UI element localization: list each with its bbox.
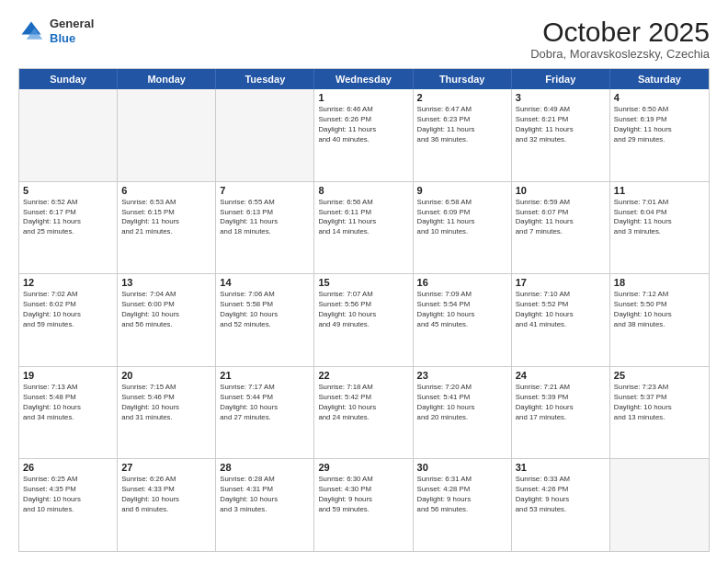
calendar: SundayMondayTuesdayWednesdayThursdayFrid… xyxy=(18,68,710,552)
header-day-thursday: Thursday xyxy=(414,69,512,89)
cell-line: and 36 minutes. xyxy=(417,135,507,145)
cell-line: Daylight: 9 hours xyxy=(318,495,408,505)
cell-line: Sunset: 5:44 PM xyxy=(220,393,310,403)
day-number: 6 xyxy=(121,185,211,196)
day-number: 13 xyxy=(121,277,211,288)
cell-line: and 18 minutes. xyxy=(220,227,310,237)
calendar-cell: 15Sunrise: 7:07 AMSunset: 5:56 PMDayligh… xyxy=(314,274,413,366)
cell-line: Daylight: 10 hours xyxy=(220,495,310,505)
day-number: 19 xyxy=(23,370,113,381)
cell-line: Sunset: 5:56 PM xyxy=(318,300,408,310)
cell-line: Sunset: 5:41 PM xyxy=(417,393,507,403)
day-number: 16 xyxy=(417,277,507,288)
calendar-cell: 13Sunrise: 7:04 AMSunset: 6:00 PMDayligh… xyxy=(118,274,216,366)
day-number: 28 xyxy=(220,462,310,473)
cell-line: Daylight: 11 hours xyxy=(614,125,705,135)
header: General Blue October 2025 Dobra, Moravsk… xyxy=(18,17,710,61)
calendar-cell: 20Sunrise: 7:15 AMSunset: 5:46 PMDayligh… xyxy=(118,367,216,459)
cell-line: and 24 minutes. xyxy=(318,413,408,423)
day-number: 30 xyxy=(417,462,507,473)
cell-line: Daylight: 10 hours xyxy=(318,403,408,413)
day-number: 22 xyxy=(318,370,408,381)
cell-line: and 17 minutes. xyxy=(516,413,606,423)
cell-line: and 40 minutes. xyxy=(318,135,408,145)
cell-line: Daylight: 11 hours xyxy=(516,217,606,227)
calendar-cell: 17Sunrise: 7:10 AMSunset: 5:52 PMDayligh… xyxy=(512,274,610,366)
cell-line: Sunset: 4:33 PM xyxy=(121,485,211,495)
day-number: 27 xyxy=(121,462,211,473)
cell-line: and 34 minutes. xyxy=(23,413,113,423)
cell-line: Sunset: 6:00 PM xyxy=(121,300,211,310)
cell-line: Sunrise: 6:53 AM xyxy=(121,198,211,208)
cell-line: and 25 minutes. xyxy=(23,227,113,237)
calendar-cell xyxy=(610,459,709,551)
calendar-cell: 6Sunrise: 6:53 AMSunset: 6:15 PMDaylight… xyxy=(118,182,216,274)
cell-line: and 3 minutes. xyxy=(220,505,310,515)
cell-line: and 10 minutes. xyxy=(23,505,113,515)
calendar-row-0: 1Sunrise: 6:46 AMSunset: 6:26 PMDaylight… xyxy=(19,89,709,181)
cell-line: and 10 minutes. xyxy=(417,227,507,237)
cell-line: Sunset: 5:54 PM xyxy=(417,300,507,310)
cell-line: Sunset: 6:17 PM xyxy=(23,208,113,218)
calendar-cell: 21Sunrise: 7:17 AMSunset: 5:44 PMDayligh… xyxy=(216,367,314,459)
calendar-row-1: 5Sunrise: 6:52 AMSunset: 6:17 PMDaylight… xyxy=(19,181,709,274)
month-title: October 2025 xyxy=(530,17,710,47)
cell-line: and 14 minutes. xyxy=(318,227,408,237)
day-number: 20 xyxy=(121,370,211,381)
calendar-cell: 12Sunrise: 7:02 AMSunset: 6:02 PMDayligh… xyxy=(19,274,118,366)
cell-line: Sunrise: 6:33 AM xyxy=(516,475,606,485)
day-number: 17 xyxy=(516,277,606,288)
cell-line: Sunset: 6:19 PM xyxy=(614,115,705,125)
cell-line: Sunrise: 7:12 AM xyxy=(614,290,705,300)
cell-line: Daylight: 11 hours xyxy=(614,217,705,227)
cell-line: Sunset: 5:58 PM xyxy=(220,300,310,310)
cell-line: Sunset: 6:11 PM xyxy=(318,208,408,218)
cell-line: and 52 minutes. xyxy=(220,320,310,330)
cell-line: Sunset: 6:21 PM xyxy=(516,115,606,125)
calendar-header: SundayMondayTuesdayWednesdayThursdayFrid… xyxy=(19,69,709,89)
cell-line: Daylight: 10 hours xyxy=(516,403,606,413)
calendar-row-4: 26Sunrise: 6:25 AMSunset: 4:35 PMDayligh… xyxy=(19,458,709,551)
cell-line: and 53 minutes. xyxy=(516,505,606,515)
cell-line: Sunrise: 6:47 AM xyxy=(417,105,507,115)
calendar-cell: 14Sunrise: 7:06 AMSunset: 5:58 PMDayligh… xyxy=(216,274,314,366)
calendar-cell: 22Sunrise: 7:18 AMSunset: 5:42 PMDayligh… xyxy=(314,367,413,459)
header-day-saturday: Saturday xyxy=(610,69,709,89)
cell-line: Daylight: 10 hours xyxy=(220,310,310,320)
cell-line: Sunrise: 6:25 AM xyxy=(23,475,113,485)
calendar-cell xyxy=(118,89,216,181)
cell-line: Sunset: 5:39 PM xyxy=(516,393,606,403)
cell-line: Daylight: 10 hours xyxy=(318,310,408,320)
header-day-sunday: Sunday xyxy=(19,69,118,89)
calendar-cell: 4Sunrise: 6:50 AMSunset: 6:19 PMDaylight… xyxy=(610,89,709,181)
cell-line: Sunrise: 7:17 AM xyxy=(220,383,310,393)
cell-line: Daylight: 10 hours xyxy=(614,403,705,413)
calendar-cell: 30Sunrise: 6:31 AMSunset: 4:28 PMDayligh… xyxy=(414,459,512,551)
calendar-cell: 29Sunrise: 6:30 AMSunset: 4:30 PMDayligh… xyxy=(314,459,413,551)
cell-line: Daylight: 10 hours xyxy=(121,310,211,320)
cell-line: and 27 minutes. xyxy=(220,413,310,423)
logo-text: General Blue xyxy=(50,17,94,45)
cell-line: and 59 minutes. xyxy=(318,505,408,515)
cell-line: and 29 minutes. xyxy=(614,135,705,145)
calendar-cell: 5Sunrise: 6:52 AMSunset: 6:17 PMDaylight… xyxy=(19,182,118,274)
calendar-cell xyxy=(19,89,118,181)
day-number: 29 xyxy=(318,462,408,473)
cell-line: and 7 minutes. xyxy=(516,227,606,237)
cell-line: and 56 minutes. xyxy=(121,320,211,330)
cell-line: Daylight: 10 hours xyxy=(417,403,507,413)
cell-line: Sunrise: 6:50 AM xyxy=(614,105,705,115)
cell-line: Daylight: 10 hours xyxy=(23,310,113,320)
calendar-cell: 10Sunrise: 6:59 AMSunset: 6:07 PMDayligh… xyxy=(512,182,610,274)
cell-line: Sunset: 5:42 PM xyxy=(318,393,408,403)
calendar-cell: 28Sunrise: 6:28 AMSunset: 4:31 PMDayligh… xyxy=(216,459,314,551)
day-number: 2 xyxy=(417,92,507,103)
cell-line: Sunrise: 6:31 AM xyxy=(417,475,507,485)
day-number: 21 xyxy=(220,370,310,381)
cell-line: Sunset: 6:04 PM xyxy=(614,208,705,218)
logo: General Blue xyxy=(18,17,94,45)
day-number: 1 xyxy=(318,92,408,103)
calendar-row-2: 12Sunrise: 7:02 AMSunset: 6:02 PMDayligh… xyxy=(19,273,709,366)
cell-line: Daylight: 10 hours xyxy=(417,310,507,320)
cell-line: Sunrise: 7:23 AM xyxy=(614,383,705,393)
